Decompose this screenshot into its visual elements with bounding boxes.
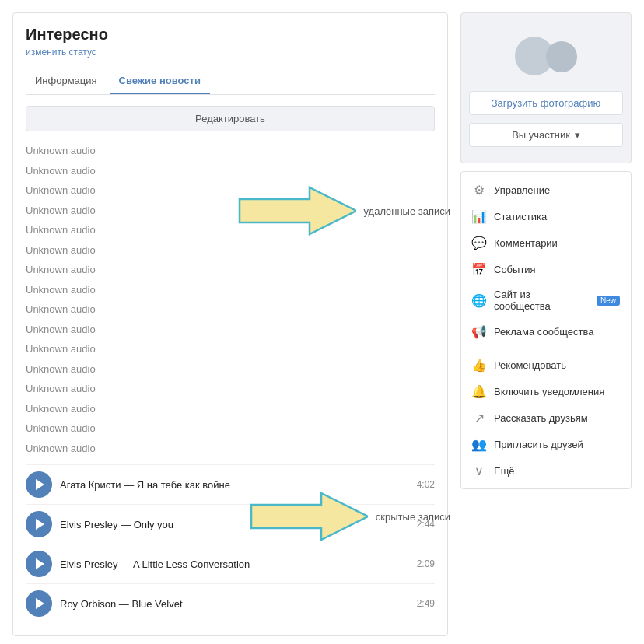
list-item: Unknown audio [26,201,435,221]
track-duration-1: 4:02 [417,479,435,490]
gear-icon: ⚙ [472,183,486,197]
menu-item-notifications[interactable]: 🔔 Включить уведомления [461,378,631,404]
play-icon [36,519,44,530]
list-item: Unknown audio [26,399,435,419]
unknown-audio-list: Unknown audio Unknown audio Unknown audi… [26,141,435,458]
play-button-1[interactable] [26,471,52,498]
chevron-down-icon: ▾ [575,129,580,141]
menu-item-ads[interactable]: 📢 Реклама сообщества [461,318,631,345]
menu-item-more[interactable]: ∨ Ещё [461,457,631,484]
tab-news[interactable]: Свежие новости [110,68,210,94]
list-item: Unknown audio [26,359,435,380]
photo-block: Загрузить фотографию Вы участник ▾ [460,12,632,163]
right-menu: ⚙ Управление 📊 Статистика 💬 Комментарии … [460,171,632,489]
bell-icon: 🔔 [472,384,486,398]
audio-section: Unknown audio Unknown audio Unknown audi… [26,141,435,623]
globe-icon: 🌐 [472,293,486,307]
track-row: Elvis Presley — A Little Less Conversati… [26,544,435,583]
list-item: Unknown audio [26,260,435,280]
calendar-icon: 📅 [472,262,486,276]
share-icon: ↗ [472,411,486,425]
tracks-section: Агата Кристи — Я на тебе как войне 4:02 … [26,464,435,623]
list-item: Unknown audio [26,339,435,359]
member-button[interactable]: Вы участник ▾ [469,123,623,147]
play-button-2[interactable] [26,511,52,537]
track-info-1: Агата Кристи — Я на тебе как войне [60,479,409,491]
thumbsup-icon: 👍 [472,358,486,372]
track-info-4: Roy Orbison — Blue Velvet [60,598,409,610]
left-panel: Интересно изменить статус Информация Све… [12,12,448,636]
menu-item-site[interactable]: 🌐 Сайт из сообщества New [461,282,631,318]
list-item: Unknown audio [26,280,435,300]
menu-item-events[interactable]: 📅 События [461,256,631,282]
tabs-bar: Информация Свежие новости [26,68,435,95]
chart-icon: 📊 [472,209,486,223]
track-row: Roy Orbison — Blue Velvet 2:49 [26,583,435,623]
list-item: Unknown audio [26,180,435,201]
list-item: Unknown audio [26,299,435,320]
track-duration-4: 2:49 [417,598,435,609]
list-item: Unknown audio [26,240,435,261]
group-avatar [515,29,577,83]
play-icon [36,558,44,569]
menu-item-recommend[interactable]: 👍 Рекомендовать [461,352,631,378]
menu-divider [461,348,631,348]
menu-item-share[interactable]: ↗ Рассказать друзьям [461,404,631,431]
track-duration-3: 2:09 [417,558,435,569]
play-button-4[interactable] [26,590,52,617]
list-item: Unknown audio [26,161,435,181]
track-duration-2: 2:44 [417,519,435,530]
track-row: Агата Кристи — Я на тебе как войне 4:02 [26,464,435,504]
list-item: Unknown audio [26,220,435,240]
avatar-circle-small [546,41,577,72]
play-icon [36,479,44,490]
play-button-3[interactable] [26,551,52,577]
list-item: Unknown audio [26,141,435,161]
list-item: Unknown audio [26,320,435,340]
play-icon [36,598,44,609]
track-info-2: Elvis Presley — Only you [60,519,409,530]
comment-icon: 💬 [472,236,486,250]
tab-info[interactable]: Информация [26,68,107,94]
track-row: Elvis Presley — Only you 2:44 [26,504,435,544]
list-item: Unknown audio [26,439,435,459]
right-panel: Загрузить фотографию Вы участник ▾ ⚙ Упр… [460,12,632,636]
list-item: Unknown audio [26,418,435,439]
list-item: Unknown audio [26,379,435,399]
edit-button[interactable]: Редактировать [26,106,435,131]
chevron-down-icon: ∨ [472,464,486,478]
menu-item-statistics[interactable]: 📊 Статистика [461,203,631,229]
upload-photo-button[interactable]: Загрузить фотографию [469,91,623,115]
group-title: Интересно [26,26,435,44]
track-info-3: Elvis Presley — A Little Less Conversati… [60,558,409,570]
change-status-link[interactable]: изменить статус [26,47,435,58]
menu-item-comments[interactable]: 💬 Комментарии [461,229,631,256]
menu-item-management[interactable]: ⚙ Управление [461,177,631,203]
megaphone-icon: 📢 [472,324,486,338]
add-people-icon: 👥 [472,437,486,451]
new-badge: New [597,296,620,306]
menu-item-invite[interactable]: 👥 Пригласить друзей [461,431,631,457]
